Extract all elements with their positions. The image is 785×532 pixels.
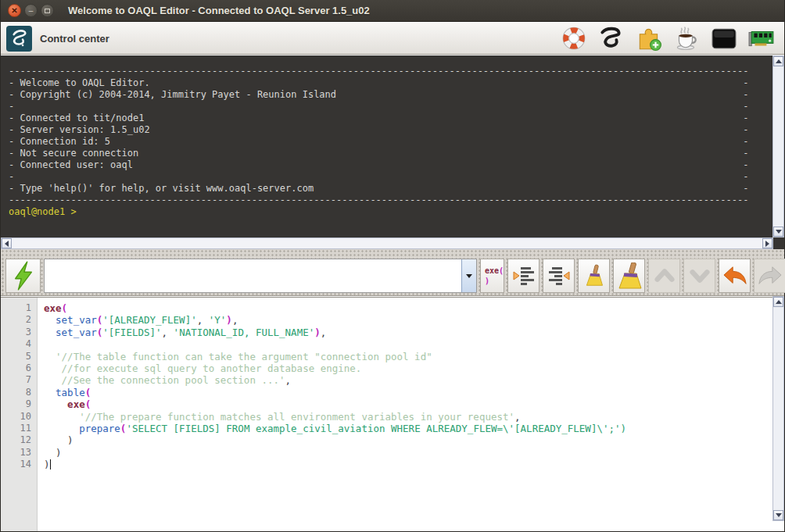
scroll-down-button[interactable] — [773, 227, 783, 237]
chevron-up-icon — [653, 266, 676, 286]
clean-small-button[interactable] — [578, 259, 610, 293]
arrow-right-icon — [765, 241, 769, 247]
scroll-down-button[interactable] — [773, 510, 783, 520]
redo-arrow-icon — [757, 264, 783, 287]
command-bar: exe( ) — [1, 249, 784, 296]
exe-snippet-line1: exe( — [485, 267, 504, 275]
move-down-button[interactable] — [683, 259, 715, 293]
redo-button[interactable] — [754, 259, 785, 293]
broom-large-icon — [616, 262, 643, 289]
editor-code[interactable]: exe( set_var('[ALREADY_FLEW]', 'Y'), set… — [38, 298, 784, 531]
terminal-view: ----------------------------------------… — [1, 55, 772, 237]
terminal-panel[interactable]: ----------------------------------------… — [1, 55, 784, 249]
chevron-down-icon — [688, 266, 712, 286]
network-card-icon[interactable] — [748, 25, 775, 52]
snake-logo-icon — [6, 26, 32, 52]
lifebuoy-help-icon[interactable] — [561, 25, 587, 52]
format-left-button[interactable] — [507, 259, 539, 293]
scroll-up-button[interactable] — [773, 297, 783, 307]
close-button[interactable]: ✕ — [8, 4, 21, 17]
terminal-prompt: oaql@node1 > — [1, 206, 772, 218]
puzzle-add-icon[interactable] — [636, 25, 662, 52]
command-combobox — [44, 259, 477, 293]
exe-snippet-line2: ) — [485, 277, 489, 285]
scroll-right-button[interactable] — [762, 238, 772, 248]
window-controls: ✕ – — [8, 4, 54, 17]
exe-snippet-button[interactable]: exe( ) — [480, 259, 504, 293]
broom-small-icon — [583, 264, 605, 287]
editor-gutter: 1234567891011121314 — [1, 298, 38, 531]
snake-icon[interactable] — [598, 25, 625, 52]
arrow-up-icon — [776, 300, 782, 304]
arrow-down-icon — [776, 513, 782, 517]
command-input[interactable] — [45, 259, 461, 292]
maximize-icon — [45, 9, 50, 13]
lightning-run-icon — [12, 261, 35, 291]
toolbar-title: Control center — [40, 33, 109, 45]
chevron-down-icon — [466, 274, 472, 278]
terminal-horizontal-scrollbar[interactable] — [1, 237, 773, 249]
format-right-icon — [547, 263, 572, 288]
arrow-left-icon — [5, 241, 9, 247]
undo-arrow-icon — [722, 264, 748, 287]
scroll-left-button[interactable] — [2, 238, 12, 248]
titlebar: ✕ – Welcome to OAQL Editor - Connected t… — [1, 0, 784, 22]
control-center-toolbar: Control center — [1, 23, 784, 55]
arrow-down-icon — [776, 230, 782, 234]
combo-dropdown-button[interactable] — [461, 259, 476, 292]
app-window: ✕ – Welcome to OAQL Editor - Connected t… — [0, 0, 785, 532]
format-left-icon — [511, 263, 536, 288]
terminal-banner: ----------------------------------------… — [1, 55, 772, 206]
toolbar-actions — [561, 25, 775, 52]
arrow-up-icon — [776, 59, 782, 63]
scroll-up-button[interactable] — [773, 56, 783, 66]
run-button[interactable] — [5, 259, 41, 293]
maximize-button[interactable] — [41, 4, 54, 17]
undo-button[interactable] — [719, 259, 751, 293]
window-title: Welcome to OAQL Editor - Connected to OA… — [68, 5, 370, 16]
minimize-button[interactable]: – — [24, 4, 38, 17]
move-up-button[interactable] — [648, 259, 680, 293]
code-editor: 1234567891011121314 exe( set_var('[ALREA… — [1, 297, 784, 531]
scrollbar-track[interactable] — [12, 238, 762, 248]
format-right-button[interactable] — [543, 259, 575, 293]
terminal-screen-icon[interactable] — [711, 25, 737, 52]
coffee-icon[interactable] — [673, 25, 700, 52]
clean-large-button[interactable] — [613, 259, 645, 293]
editor-vertical-scrollbar[interactable] — [772, 296, 784, 521]
terminal-vertical-scrollbar[interactable] — [772, 55, 784, 237]
